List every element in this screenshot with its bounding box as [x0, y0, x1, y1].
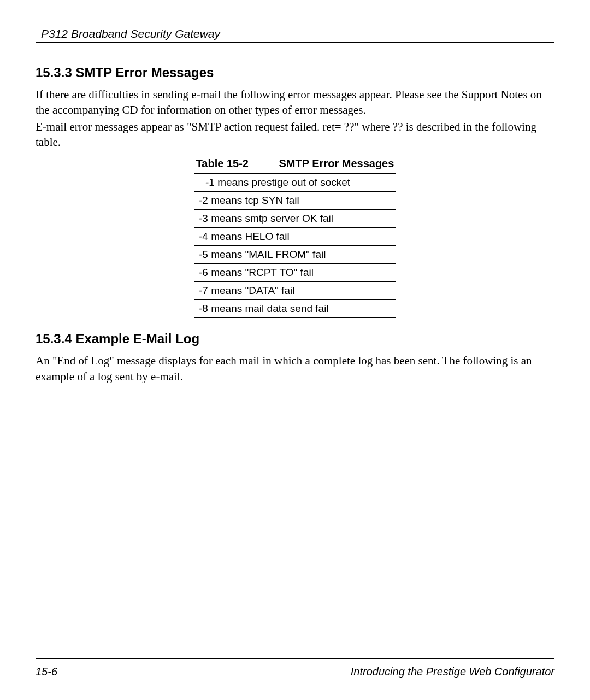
table-row: -8 means mail data send fail [194, 300, 396, 318]
table-caption-title: SMTP Error Messages [279, 157, 394, 169]
section1-para2: E-mail error messages appear as "SMTP ac… [36, 119, 554, 150]
footer-page-number: 15-6 [36, 666, 57, 678]
section-heading-1: 15.3.3 SMTP Error Messages [36, 65, 554, 80]
page-footer: 15-6 Introducing the Prestige Web Config… [36, 658, 554, 678]
section-heading-2: 15.3.4 Example E-Mail Log [36, 331, 554, 346]
table-row: -2 means tcp SYN fail [194, 192, 396, 210]
table-row: -6 means "RCPT TO" fail [194, 264, 396, 282]
table-row: -1 means prestige out of socket [194, 174, 396, 192]
section-smtp-errors: 15.3.3 SMTP Error Messages If there are … [36, 65, 554, 318]
smtp-error-table: -1 means prestige out of socket -2 means… [194, 173, 396, 318]
header-title: P312 Broadband Security Gateway [36, 27, 554, 40]
table-row: -3 means smtp server OK fail [194, 210, 396, 228]
footer-chapter-title: Introducing the Prestige Web Configurato… [351, 666, 554, 678]
page-header: P312 Broadband Security Gateway [36, 27, 554, 43]
section-email-log: 15.3.4 Example E-Mail Log An "End of Log… [36, 331, 554, 384]
table-row: -7 means "DATA" fail [194, 282, 396, 300]
table-row: -4 means HELO fail [194, 228, 396, 246]
section1-para1: If there are difficulties in sending e-m… [36, 87, 554, 118]
table-caption-label: Table 15-2 [196, 157, 249, 169]
table-caption: Table 15-2 SMTP Error Messages [36, 157, 554, 170]
table-row: -5 means "MAIL FROM" fail [194, 246, 396, 264]
section2-para1: An "End of Log" message displays for eac… [36, 353, 554, 384]
